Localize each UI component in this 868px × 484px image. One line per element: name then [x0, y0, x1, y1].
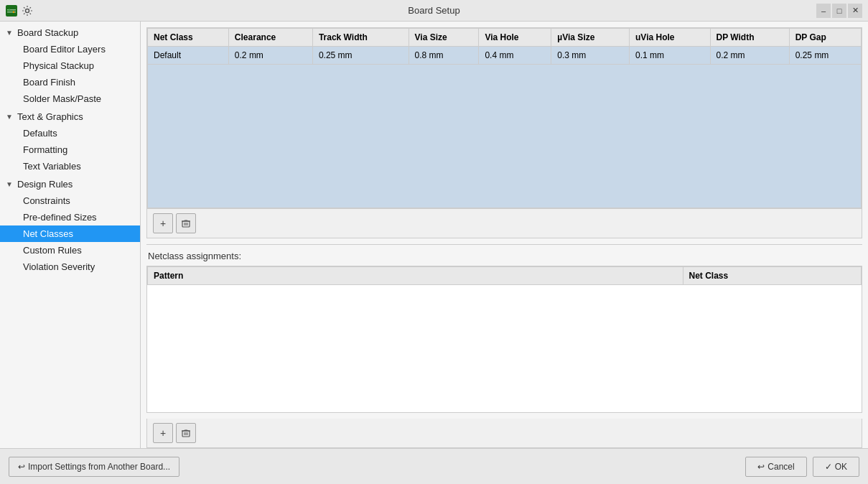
- col-net-class: Net Class: [148, 29, 229, 47]
- trash-icon: [181, 218, 191, 228]
- net-class-table: Net Class Clearance Track Width Via Size…: [147, 28, 862, 208]
- add-assignment-button[interactable]: +: [153, 423, 173, 443]
- sidebar-group-label-design-rules: Design Rules: [17, 179, 73, 190]
- sidebar-item-solder-mask-paste[interactable]: Solder Mask/Paste: [0, 90, 140, 107]
- sidebar-group-board-stackup: ▼ Board Stackup Board Editor Layers Phys…: [0, 24, 140, 107]
- svg-point-3: [9, 9, 10, 10]
- sidebar-item-violation-severity[interactable]: Violation Severity: [0, 259, 140, 275]
- assignments-table-container: Pattern Net Class: [146, 266, 862, 413]
- sidebar-item-defaults[interactable]: Defaults: [0, 125, 140, 141]
- svg-point-4: [13, 11, 14, 12]
- content-area: Net Class Clearance Track Width Via Size…: [141, 22, 868, 448]
- cell-dp-gap: 0.25 mm: [789, 47, 861, 65]
- app-logo-area: [6, 5, 33, 17]
- add-net-class-button[interactable]: +: [153, 213, 173, 233]
- ok-button[interactable]: ✓ OK: [813, 457, 859, 477]
- col-track-width: Track Width: [312, 29, 409, 47]
- separator: [146, 244, 862, 245]
- import-settings-button[interactable]: ↩ Import Settings from Another Board...: [9, 457, 179, 477]
- col-pattern: Pattern: [148, 267, 683, 285]
- delete-net-class-button[interactable]: [176, 213, 196, 233]
- cell-clearance: 0.2 mm: [228, 47, 312, 65]
- assignments-toolbar: +: [146, 419, 862, 448]
- chevron-icon: ▼: [6, 113, 14, 121]
- sidebar-group-label-board-stackup: Board Stackup: [17, 27, 78, 38]
- sidebar-item-custom-rules[interactable]: Custom Rules: [0, 242, 140, 259]
- assignments-label: Netclass assignments:: [146, 251, 862, 261]
- sidebar-group-header-design-rules[interactable]: ▼ Design Rules: [0, 176, 140, 192]
- sidebar-item-board-finish[interactable]: Board Finish: [0, 74, 140, 90]
- sidebar-item-net-classes[interactable]: Net Classes: [0, 225, 140, 242]
- main-container: ▼ Board Stackup Board Editor Layers Phys…: [0, 22, 868, 448]
- sidebar-item-pre-defined-sizes[interactable]: Pre-defined Sizes: [0, 209, 140, 225]
- cancel-icon: ↩: [757, 462, 765, 472]
- cell-uvia-size: 0.3 mm: [551, 47, 630, 65]
- cell-uvia-hole: 0.1 mm: [630, 47, 710, 65]
- col-dp-gap: DP Gap: [789, 29, 861, 47]
- cell-via-hole: 0.4 mm: [479, 47, 551, 65]
- cell-net-class: Default: [148, 47, 229, 65]
- bottom-bar: ↩ Import Settings from Another Board... …: [0, 448, 868, 484]
- col-via-size: Via Size: [409, 29, 479, 47]
- sidebar-group-label-text-graphics: Text & Graphics: [17, 111, 83, 122]
- sidebar: ▼ Board Stackup Board Editor Layers Phys…: [0, 22, 141, 448]
- sidebar-group-header-board-stackup[interactable]: ▼ Board Stackup: [0, 24, 140, 41]
- sidebar-item-constraints[interactable]: Constraints: [0, 192, 140, 209]
- cell-dp-width: 0.2 mm: [710, 47, 789, 65]
- title-bar: Board Setup – □ ✕: [0, 0, 868, 22]
- bottom-right-buttons: ↩ Cancel ✓ OK: [745, 457, 859, 477]
- assignments-table: Pattern Net Class: [147, 266, 862, 285]
- import-label: Import Settings from Another Board...: [28, 462, 170, 472]
- svg-rect-2: [7, 11, 16, 13]
- settings-icon: [22, 5, 33, 17]
- chevron-icon: ▼: [6, 180, 14, 188]
- window-title: Board Setup: [408, 5, 459, 16]
- delete-assignment-button[interactable]: [176, 423, 196, 443]
- app-icon: [6, 5, 17, 17]
- table-row-empty: [148, 65, 862, 208]
- maximize-button[interactable]: □: [832, 4, 846, 18]
- chevron-icon: ▼: [6, 29, 14, 37]
- col-net-class-assignment: Net Class: [683, 267, 862, 285]
- sidebar-item-board-editor-layers[interactable]: Board Editor Layers: [0, 41, 140, 57]
- cancel-label: Cancel: [767, 462, 794, 472]
- import-icon: ↩: [18, 462, 25, 472]
- sidebar-item-formatting[interactable]: Formatting: [0, 141, 140, 158]
- window-controls[interactable]: – □ ✕: [816, 4, 862, 18]
- table-row[interactable]: Default 0.2 mm 0.25 mm 0.8 mm 0.4 mm 0.3…: [148, 47, 862, 65]
- col-uvia-size: µVia Size: [551, 29, 630, 47]
- col-uvia-hole: uVia Hole: [630, 29, 710, 47]
- svg-rect-0: [6, 5, 17, 17]
- sidebar-group-header-text-graphics[interactable]: ▼ Text & Graphics: [0, 108, 140, 125]
- col-clearance: Clearance: [228, 29, 312, 47]
- net-class-table-section: Net Class Clearance Track Width Via Size…: [146, 27, 862, 209]
- col-via-hole: Via Hole: [479, 29, 551, 47]
- net-class-toolbar: +: [146, 209, 862, 238]
- trash-icon-2: [181, 428, 191, 438]
- cell-via-size: 0.8 mm: [409, 47, 479, 65]
- sidebar-item-physical-stackup[interactable]: Physical Stackup: [0, 57, 140, 74]
- cancel-button[interactable]: ↩ Cancel: [745, 457, 806, 477]
- ok-icon: ✓: [825, 462, 832, 472]
- close-button[interactable]: ✕: [848, 4, 862, 18]
- sidebar-item-text-variables[interactable]: Text Variables: [0, 158, 140, 174]
- sidebar-group-text-graphics: ▼ Text & Graphics Defaults Formatting Te…: [0, 108, 140, 174]
- cell-track-width: 0.25 mm: [312, 47, 409, 65]
- ok-label: OK: [835, 462, 847, 472]
- svg-point-5: [26, 9, 29, 12]
- sidebar-group-design-rules: ▼ Design Rules Constraints Pre-defined S…: [0, 176, 140, 275]
- col-dp-width: DP Width: [710, 29, 789, 47]
- minimize-button[interactable]: –: [816, 4, 831, 18]
- assignments-section: Netclass assignments: Pattern Net Class: [146, 251, 862, 413]
